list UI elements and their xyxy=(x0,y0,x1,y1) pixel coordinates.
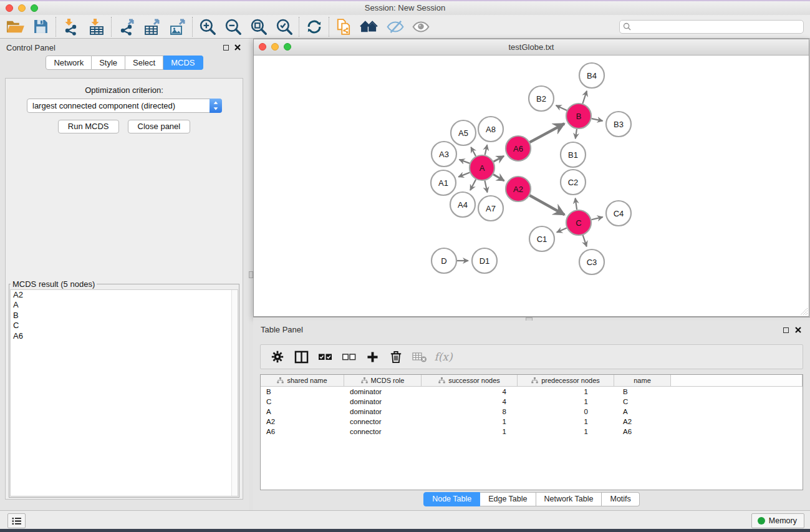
graph-node-A5[interactable]: A5 xyxy=(451,120,476,145)
table-cell[interactable]: 1 xyxy=(422,427,518,437)
graph-node-D[interactable]: D xyxy=(432,248,456,273)
table-row[interactable]: Bdominator41B xyxy=(261,387,803,397)
tab-edge-table[interactable]: Edge Table xyxy=(480,492,536,506)
table-cell[interactable]: C xyxy=(614,397,671,407)
column-header-successor-nodes[interactable]: successor nodes xyxy=(422,375,518,386)
save-session-button[interactable] xyxy=(28,16,54,37)
splitter-handle[interactable] xyxy=(249,271,253,278)
reset-panels-home-button[interactable] xyxy=(357,16,382,37)
graph-node-C1[interactable]: C1 xyxy=(529,226,554,251)
graph-edge-A-A7[interactable] xyxy=(485,181,487,193)
vertical-splitter[interactable] xyxy=(249,39,253,510)
close-panel-icon[interactable] xyxy=(234,44,241,51)
network-window-titlebar[interactable]: testGlobe.txt xyxy=(254,39,809,56)
delete-table-button[interactable] xyxy=(408,346,432,367)
graph-node-C4[interactable]: C4 xyxy=(606,201,631,226)
zoom-window-button[interactable] xyxy=(31,4,38,12)
graph-node-C3[interactable]: C3 xyxy=(579,249,604,274)
table-row[interactable]: Adominator80A xyxy=(261,407,803,417)
table-cell[interactable]: dominator xyxy=(344,407,422,417)
export-table-button[interactable] xyxy=(139,16,165,37)
import-table-button[interactable] xyxy=(84,16,109,37)
show-graphics-details-button[interactable] xyxy=(408,16,433,37)
clone-network-button[interactable] xyxy=(331,16,357,37)
table-row[interactable]: A6connector11A6 xyxy=(261,427,803,437)
graph-edge-B-B1[interactable] xyxy=(576,129,577,138)
tab-motifs[interactable]: Motifs xyxy=(602,492,639,506)
optimization-select[interactable]: largest connected component (directed) xyxy=(27,99,222,113)
minimize-window-button[interactable] xyxy=(18,4,26,12)
table-cell[interactable]: dominator xyxy=(344,397,422,407)
graph-node-A2[interactable]: A2 xyxy=(506,177,531,201)
tab-style[interactable]: Style xyxy=(92,56,125,70)
close-window-button[interactable] xyxy=(6,4,13,12)
table-settings-button[interactable] xyxy=(266,346,289,367)
graph-edge-A-A5[interactable] xyxy=(471,147,476,157)
search-input[interactable] xyxy=(619,20,804,34)
graph-node-A4[interactable]: A4 xyxy=(450,192,475,217)
select-all-button[interactable] xyxy=(313,346,337,367)
close-panel-button[interactable]: Close panel xyxy=(128,120,191,133)
tab-node-table[interactable]: Node Table xyxy=(423,492,480,506)
graph-node-A[interactable]: A xyxy=(470,155,494,180)
network-close-button[interactable] xyxy=(259,43,266,51)
column-header-name[interactable]: name xyxy=(614,375,671,386)
graph-node-A3[interactable]: A3 xyxy=(432,142,456,167)
graph-edge-A6-B[interactable] xyxy=(530,123,565,142)
float-panel-icon[interactable] xyxy=(223,45,229,51)
table-cell[interactable]: A xyxy=(614,407,671,417)
graph-edge-C-C3[interactable] xyxy=(583,235,587,246)
table-cell[interactable]: 1 xyxy=(518,427,614,437)
table-cell[interactable]: 4 xyxy=(422,387,518,397)
export-image-button[interactable] xyxy=(165,16,190,37)
graph-node-A7[interactable]: A7 xyxy=(478,196,503,221)
table-cell[interactable]: connector xyxy=(344,417,422,427)
table-cell[interactable]: 1 xyxy=(422,417,518,427)
export-network-button[interactable] xyxy=(113,16,139,37)
refresh-view-button[interactable] xyxy=(301,16,327,37)
zoom-fit-button[interactable] xyxy=(246,16,271,37)
table-cell[interactable]: 1 xyxy=(518,417,614,427)
tab-network-table[interactable]: Network Table xyxy=(536,492,602,506)
run-mcds-button[interactable]: Run MCDS xyxy=(58,120,119,133)
open-session-button[interactable] xyxy=(2,16,28,37)
import-network-button[interactable] xyxy=(58,16,84,37)
delete-column-button[interactable] xyxy=(384,346,408,367)
table-cell[interactable]: A2 xyxy=(261,417,344,427)
graph-node-B2[interactable]: B2 xyxy=(529,86,554,111)
graph-edge-A-A3[interactable] xyxy=(459,160,470,163)
table-cell[interactable]: A xyxy=(261,407,344,417)
graph-node-A1[interactable]: A1 xyxy=(431,170,456,195)
graph-node-C[interactable]: C xyxy=(566,210,591,235)
table-cell[interactable]: 4 xyxy=(422,397,518,407)
network-minimize-button[interactable] xyxy=(271,43,279,51)
table-cell[interactable]: 1 xyxy=(518,397,614,407)
graph-node-C2[interactable]: C2 xyxy=(561,170,586,195)
table-cell[interactable]: 0 xyxy=(518,407,614,417)
table-cell[interactable]: 1 xyxy=(518,387,614,397)
graph-node-B1[interactable]: B1 xyxy=(561,142,586,167)
mcds-result-item[interactable]: B xyxy=(11,311,238,321)
hide-graphics-details-button[interactable] xyxy=(382,16,408,37)
close-panel-icon[interactable] xyxy=(795,327,801,333)
memory-button[interactable]: Memory xyxy=(751,513,804,528)
graph-edge-A-A2[interactable] xyxy=(493,175,504,181)
deselect-all-button[interactable] xyxy=(337,346,360,367)
table-cell[interactable]: dominator xyxy=(344,387,422,397)
tab-network[interactable]: Network xyxy=(46,56,92,70)
network-zoom-button[interactable] xyxy=(284,43,291,51)
graph-node-B4[interactable]: B4 xyxy=(579,63,604,88)
column-header-mcds-role[interactable]: MCDS role xyxy=(344,375,422,386)
graph-node-D1[interactable]: D1 xyxy=(472,248,497,273)
graph-node-A8[interactable]: A8 xyxy=(478,117,503,142)
resize-grip-icon[interactable] xyxy=(800,307,808,316)
table-cell[interactable]: B xyxy=(261,387,344,397)
graph-edge-C-C2[interactable] xyxy=(576,198,577,210)
graph-edge-B-B2[interactable] xyxy=(556,105,567,110)
column-header-predecessor-nodes[interactable]: predecessor nodes xyxy=(518,375,614,386)
network-canvas[interactable]: B4B2BB3A8A5A6A3B1AC2A1A2A4A7C4CC1DD1C3 xyxy=(254,56,809,316)
graph-edge-C-C4[interactable] xyxy=(591,217,602,220)
table-cell[interactable]: 8 xyxy=(422,407,518,417)
tab-select[interactable]: Select xyxy=(125,56,163,70)
graph-edge-C-C1[interactable] xyxy=(557,228,567,232)
